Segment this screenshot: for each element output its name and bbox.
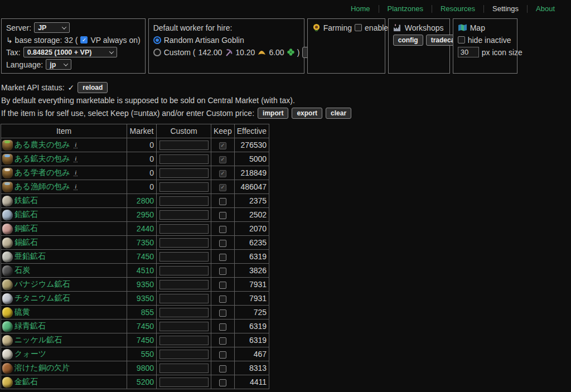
item-link[interactable]: 硫黄 (2, 307, 125, 318)
item-link[interactable]: 溶けた銅の欠片 (2, 363, 125, 374)
effective-price: 276530 (234, 138, 269, 152)
item-link[interactable]: ある学者の包みi (2, 168, 125, 178)
import-button[interactable]: import (258, 108, 288, 119)
keep-checkbox[interactable] (219, 212, 226, 219)
hide-inactive-checkbox[interactable] (458, 36, 465, 43)
workshops-config-button[interactable]: config (393, 35, 423, 46)
keep-checkbox[interactable] (219, 226, 226, 233)
item-link[interactable]: クォーツ (2, 349, 125, 360)
keep-checkbox[interactable] (219, 296, 226, 303)
info-icon[interactable]: i (74, 183, 78, 190)
info-icon[interactable]: i (74, 142, 78, 148)
nav-item-settings[interactable]: Settings (483, 5, 527, 13)
clear-button[interactable]: clear (326, 108, 351, 119)
table-row: バナジウム鉱石93507931 (1, 278, 269, 292)
nav-item-plantzones[interactable]: Plantzones (379, 5, 432, 13)
keep-cell (211, 264, 235, 278)
keep-checkbox[interactable] (219, 337, 226, 345)
item-link[interactable]: バナジウム鉱石 (2, 279, 125, 290)
info-icon[interactable]: i (74, 170, 78, 176)
nav-item-resources[interactable]: Resources (432, 5, 483, 13)
worker-workspeed-value: 142.00 (199, 48, 222, 57)
custom-price-input[interactable] (159, 378, 209, 387)
vp-always-on-checkbox[interactable]: ✓ (80, 36, 88, 43)
market-price: 7450 (127, 320, 157, 333)
custom-cell (157, 194, 211, 208)
keep-checkbox[interactable] (219, 379, 226, 386)
custom-price-input[interactable] (159, 294, 209, 303)
item-link[interactable]: 鉄鉱石 (2, 196, 125, 206)
custom-price-input[interactable] (159, 238, 209, 248)
custom-price-input[interactable] (159, 154, 209, 164)
bundle-contents-accent (4, 168, 10, 171)
server-select[interactable]: JP (34, 22, 70, 33)
language-select[interactable]: jp (46, 59, 71, 70)
market-price: 0 (127, 152, 157, 166)
item-link[interactable]: ニッケル鉱石 (2, 335, 125, 346)
custom-price-input[interactable] (159, 308, 209, 317)
custom-price-input[interactable] (159, 252, 209, 262)
item-link[interactable]: 錫鉱石 (2, 238, 125, 248)
tin-ore-icon (2, 236, 13, 248)
keep-checkbox[interactable] (219, 198, 226, 205)
custom-price-input[interactable] (159, 336, 209, 345)
keep-checkbox[interactable] (219, 323, 226, 331)
custom-price-input[interactable] (159, 196, 209, 206)
keep-cell (211, 292, 235, 306)
item-link[interactable]: ある鉱夫の包みi (2, 154, 125, 164)
keep-checkbox[interactable] (219, 282, 226, 289)
item-link[interactable]: 緑青鉱石 (2, 321, 125, 332)
worker-radio-custom[interactable] (153, 49, 161, 56)
effective-price: 6319 (234, 320, 269, 333)
item-cell: 金鉱石 (1, 375, 127, 389)
item-link[interactable]: 金鉱石 (2, 377, 125, 388)
table-row: 錫鉱石73506235 (1, 236, 269, 250)
nav-item-about[interactable]: About (527, 5, 563, 13)
custom-price-input[interactable] (159, 224, 209, 234)
item-link[interactable]: 亜鉛鉱石 (2, 251, 125, 262)
icon-size-input[interactable] (458, 47, 479, 57)
table-row: 金鉱石52004411 (1, 375, 269, 389)
custom-price-input[interactable] (159, 168, 209, 178)
column-header-keep: Keep (211, 124, 235, 138)
custom-price-input[interactable] (159, 266, 209, 275)
keep-cell: ✓ (211, 138, 235, 152)
item-name: 亜鉛鉱石 (14, 251, 46, 262)
column-header-market: Market (127, 124, 157, 138)
keep-cell: ✓ (211, 152, 235, 166)
export-button[interactable]: export (292, 108, 322, 119)
table-row: ニッケル鉱石74506319 (1, 333, 269, 347)
effective-price: 7931 (234, 278, 269, 292)
item-link[interactable]: チタニウム鉱石 (2, 293, 125, 304)
reload-button[interactable]: reload (78, 82, 108, 93)
item-link[interactable]: 銅鉱石 (2, 224, 125, 234)
item-link[interactable]: ある漁師の包みi (2, 182, 125, 192)
keep-checkbox[interactable] (219, 365, 226, 372)
item-name: 石炭 (14, 265, 30, 275)
custom-price-input[interactable] (159, 182, 209, 192)
tax-select[interactable]: 0.84825 (1000 + VP) (23, 47, 117, 57)
custom-price-input[interactable] (159, 364, 209, 373)
language-select-value: jp (50, 61, 56, 69)
item-link[interactable]: ある農夫の包みi (2, 140, 125, 151)
farming-enable-checkbox[interactable] (355, 24, 362, 31)
info-icon[interactable]: i (74, 156, 78, 162)
item-link[interactable]: 鉛鉱石 (2, 210, 125, 220)
keep-checkbox[interactable] (219, 351, 226, 359)
keep-checkbox[interactable] (219, 309, 226, 317)
worker-radio-random[interactable] (153, 36, 161, 44)
custom-price-input[interactable] (159, 322, 209, 331)
custom-price-input[interactable] (159, 350, 209, 359)
keep-checkbox[interactable] (219, 268, 226, 275)
nav-item-home[interactable]: Home (342, 5, 379, 13)
custom-cell (157, 264, 211, 278)
keep-checkbox[interactable] (219, 240, 226, 247)
item-link[interactable]: 石炭 (2, 265, 125, 276)
custom-price-input[interactable] (159, 280, 209, 289)
custom-price-input[interactable] (159, 210, 209, 220)
chevron-down-icon (109, 49, 113, 54)
custom-price-input[interactable] (159, 141, 209, 150)
miner-bundle-icon (2, 154, 13, 164)
market-price: 0 (127, 138, 157, 152)
keep-checkbox[interactable] (219, 254, 226, 261)
